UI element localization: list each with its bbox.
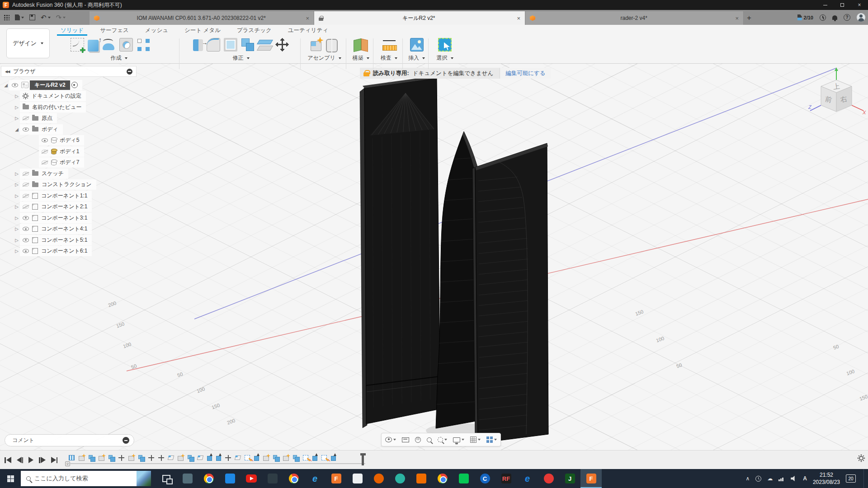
browser-header[interactable]: ◀◀ ブラウザ <box>1 66 137 77</box>
tree-item-4[interactable]: ▷原点 <box>1 113 137 124</box>
ime-mode-indicator[interactable]: A <box>803 475 807 482</box>
ribbon-group-label[interactable]: 選択 <box>437 54 453 63</box>
pan-tool[interactable] <box>415 437 421 443</box>
visibility-eye-icon[interactable] <box>42 150 48 154</box>
tree-collapsed-arrow-icon[interactable]: ▷ <box>14 249 20 253</box>
visibility-eye-icon[interactable] <box>23 183 29 187</box>
document-tab-2[interactable]: キールR2 v2*× <box>314 11 525 25</box>
offset-tool-icon[interactable] <box>258 38 272 52</box>
recent-activity-icon[interactable] <box>820 14 826 21</box>
tree-collapsed-arrow-icon[interactable]: ▷ <box>14 216 20 221</box>
tree-collapsed-arrow-icon[interactable]: ▷ <box>14 182 20 187</box>
move-tool-icon[interactable] <box>275 38 289 52</box>
tree-item-7[interactable]: ボディ1 <box>1 146 137 157</box>
tree-item-11[interactable]: ▷コンポーネント1:1 <box>1 190 137 202</box>
help-icon[interactable]: ? <box>844 14 850 21</box>
timeline-feature-extrude[interactable] <box>207 456 212 461</box>
comment-collapse-icon[interactable] <box>123 437 129 444</box>
timeline-settings-gear-icon[interactable] <box>859 456 863 460</box>
timeline-feature-combine[interactable] <box>188 455 192 459</box>
go-to-start-button[interactable] <box>5 457 11 463</box>
visibility-eye-icon[interactable] <box>23 216 29 220</box>
tree-item-15[interactable]: ▷コンポーネント5:1 <box>1 235 137 246</box>
maximize-button[interactable] <box>834 0 851 10</box>
app-window-taskbar-icon[interactable] <box>177 469 198 488</box>
firefox-taskbar-icon[interactable] <box>368 469 389 488</box>
tree-item-12[interactable]: ▷コンポーネント2:1 <box>1 202 137 213</box>
chat-app-taskbar-icon[interactable] <box>262 469 283 488</box>
tree-item-10[interactable]: ▷コンストラクション <box>1 179 137 191</box>
tree-collapsed-arrow-icon[interactable]: ▷ <box>14 238 20 243</box>
plane-tool-icon[interactable] <box>354 38 368 52</box>
rf-app-taskbar-icon[interactable]: RF <box>495 469 517 488</box>
timeline-feature-extrude[interactable] <box>331 456 336 461</box>
timeline-feature-combine[interactable] <box>89 455 93 459</box>
tree-collapsed-arrow-icon[interactable]: ▷ <box>14 193 20 198</box>
tree-item-2[interactable]: ▷ドキュメントの設定 <box>1 91 137 102</box>
tab-close-icon[interactable]: × <box>735 15 739 22</box>
fillet-tool-icon[interactable] <box>207 38 220 52</box>
timeline-feature-newcomp[interactable] <box>283 456 289 461</box>
hidden-icons-chevron[interactable]: ∧ <box>745 475 750 482</box>
measure-tool-icon[interactable] <box>382 38 396 52</box>
task-view-taskbar-icon[interactable] <box>156 469 177 488</box>
volume-icon[interactable] <box>791 476 797 481</box>
microsoft-store-taskbar-icon[interactable] <box>219 469 241 488</box>
show-desktop-strip[interactable] <box>863 469 865 488</box>
tree-collapsed-arrow-icon[interactable]: ▷ <box>14 105 20 110</box>
ribbon-tab-5[interactable]: プラスチック <box>235 26 274 35</box>
tree-item-3[interactable]: ▷名前の付いたビュー <box>1 102 137 113</box>
ribbon-group-label[interactable]: アセンブリ <box>307 54 341 63</box>
timeline-feature-sketch[interactable] <box>245 455 250 460</box>
ribbon-group-label[interactable]: 構築 <box>353 54 369 63</box>
ribbon-tab-3[interactable]: メッシュ <box>143 26 170 35</box>
timeline-feature-extrude[interactable] <box>254 456 259 461</box>
timeline-feature-move[interactable] <box>148 455 154 461</box>
tree-item-14[interactable]: ▷コンポーネント4:1 <box>1 224 137 235</box>
chrome-2-taskbar-icon[interactable] <box>283 469 304 488</box>
onedrive-cloud-icon[interactable]: ☁ <box>767 475 773 482</box>
tree-collapsed-arrow-icon[interactable]: ▷ <box>14 94 20 99</box>
visibility-eye-icon[interactable] <box>42 138 48 142</box>
visibility-eye-icon[interactable] <box>12 83 18 87</box>
j-app-taskbar-icon[interactable]: J <box>559 469 580 488</box>
action-center-badge[interactable]: 20 <box>846 474 856 483</box>
ribbon-tab-1[interactable]: ソリッド <box>59 26 85 35</box>
visibility-eye-icon[interactable] <box>23 249 29 253</box>
internet-explorer-taskbar-icon[interactable]: e <box>304 469 326 488</box>
image-tool-icon[interactable] <box>410 38 424 52</box>
timeline-feature-sketch[interactable] <box>321 455 327 460</box>
timeline-track[interactable] <box>67 463 365 464</box>
timeline-feature-move[interactable] <box>225 455 231 461</box>
document-tab-3[interactable]: rader-2 v4*× <box>525 11 744 25</box>
timeline-playhead[interactable] <box>362 453 364 465</box>
chrome-taskbar-icon[interactable] <box>198 469 219 488</box>
grid-tool[interactable] <box>470 436 481 443</box>
tree-item-9[interactable]: ▷スケッチ <box>1 168 137 179</box>
pattern-tool-icon[interactable] <box>137 38 150 52</box>
timeline-feature-plane[interactable] <box>197 455 203 460</box>
visibility-eye-icon[interactable] <box>23 205 29 209</box>
tree-item-6[interactable]: ボディ5 <box>1 135 137 146</box>
viewports-tool[interactable] <box>486 436 497 443</box>
timeline-feature-extrude[interactable] <box>216 456 221 461</box>
teal-app-taskbar-icon[interactable] <box>389 469 410 488</box>
timeline-feature-group[interactable] <box>69 455 75 460</box>
collapse-all-icon[interactable] <box>127 69 132 75</box>
ribbon-tab-6[interactable]: ユーティリティ <box>286 26 330 35</box>
timeline-feature-extrude[interactable] <box>312 456 317 461</box>
comment-box[interactable]: コメント <box>5 434 134 446</box>
orbit-tool[interactable] <box>385 437 396 442</box>
revolve-tool-icon[interactable] <box>102 38 116 52</box>
redo-button[interactable]: ↷ <box>56 14 66 22</box>
step-back-button[interactable] <box>17 457 24 463</box>
opera-taskbar-icon[interactable] <box>538 469 559 488</box>
app-grid-icon[interactable] <box>4 14 9 20</box>
network-icon[interactable] <box>778 476 785 481</box>
tree-item-1[interactable]: ◢キールR2 v2 <box>1 80 137 91</box>
visibility-eye-icon[interactable] <box>23 194 29 198</box>
lookat-tool[interactable] <box>402 437 409 442</box>
file-menu-button[interactable] <box>15 14 24 20</box>
timeline-feature-newcomp[interactable] <box>263 456 269 461</box>
go-to-end-button[interactable] <box>51 457 58 463</box>
